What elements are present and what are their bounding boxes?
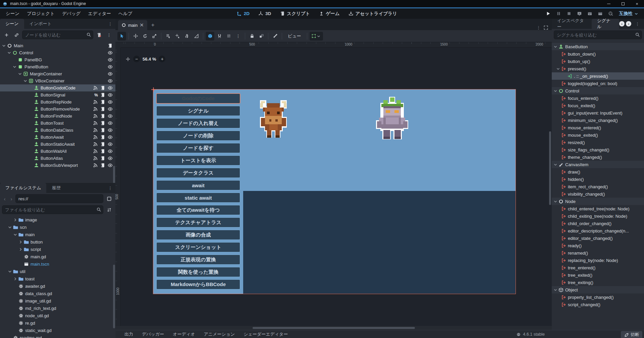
signal-group-row[interactable]: Node [552,198,644,205]
scene-dock-tab-1[interactable]: インポート [24,19,57,29]
pan-tool-button[interactable] [182,32,191,41]
signal-row[interactable]: script_changed() [552,301,644,308]
signal-row[interactable]: draw() [552,168,644,176]
history-forward-button[interactable]: › [626,21,631,26]
file-row[interactable]: button [0,238,115,246]
stop-button[interactable] [565,10,573,18]
play-custom-scene-button[interactable] [586,10,594,18]
close-button[interactable]: × [630,0,644,7]
split-mode-button[interactable] [105,194,113,203]
inspector-options-icon[interactable]: ⋮ [633,21,643,26]
game-button[interactable]: スクリーンショット [156,242,240,252]
signal-filter-input[interactable] [554,30,642,39]
game-button[interactable]: テクスチャアトラス [156,217,240,227]
new-scene-tab-button[interactable]: + [147,20,159,30]
signal-row[interactable]: child_exiting_tree(node: Node) [552,212,644,220]
resource-path-input[interactable] [15,194,103,203]
game-button[interactable]: 関数を使った置換 [156,267,240,277]
signal-group-row[interactable]: CanvasItem [552,161,644,168]
scene-dock-tab-0[interactable]: シーン [0,19,24,29]
connected-slot-row[interactable]: . :: _on_pressed() [552,72,644,80]
game-button[interactable]: GodotのCode [156,93,240,104]
scene-node-row[interactable]: ButtonFindNode [0,113,115,120]
signal-group-row[interactable]: Object [552,286,644,293]
nav-back-icon[interactable]: ‹ [2,196,7,202]
file-row[interactable]: main.gd [0,253,115,260]
signal-row[interactable]: tree_exited() [552,271,644,279]
file-row[interactable]: main [0,231,115,238]
list-select-tool-button[interactable] [164,32,172,41]
view-menu[interactable]: ビュー [284,32,305,40]
signal-row[interactable]: item_rect_changed() [552,183,644,190]
canvas-vertical-scrollbar[interactable] [549,131,551,205]
scene-node-row[interactable]: ButtonWaitAll [0,148,115,155]
play-scene-button[interactable] [576,10,584,18]
file-row[interactable]: readme.md [0,334,115,338]
grid-toggle-button[interactable] [224,32,233,41]
workspace-tab-4[interactable]: アセットライブラリ [344,9,401,18]
signal-row[interactable]: pressed() [552,65,644,72]
profiler-button[interactable] [607,10,615,18]
scene-node-row[interactable]: ButtonToast [0,120,115,127]
lock-node-button[interactable] [248,32,256,41]
bottom-tab-0[interactable]: 出力 [120,331,138,338]
file-filter-input[interactable] [2,205,103,214]
signal-row[interactable]: mouse_exited() [552,131,644,139]
filesystem-dock-options-icon[interactable]: ⋮ [105,183,115,193]
game-button[interactable]: await [156,180,240,190]
signal-group-row[interactable]: Control [552,87,644,94]
disconnect-button[interactable]: 切断 [621,331,642,338]
maximize-button[interactable] [616,0,630,7]
scene-node-row[interactable]: ButtonAwait [0,134,115,141]
zoom-level[interactable]: 56.4 % [143,57,156,62]
game-button[interactable]: シグナル [156,106,240,116]
zoom-out-button[interactable]: − [133,56,140,62]
add-node-button[interactable] [2,30,11,39]
scene-tabs-menu-icon[interactable]: ⋮ [536,25,541,30]
file-row[interactable]: script [0,246,115,253]
scene-node-row[interactable]: VBoxContainer [0,77,115,84]
signal-row[interactable]: visibility_changed() [552,190,644,198]
game-button[interactable]: MarkdownからBBCode [156,279,240,289]
scene-node-row[interactable]: Control [0,49,115,56]
signal-row[interactable]: editor_state_changed() [552,234,644,242]
menu-4[interactable]: ヘルプ [115,9,136,18]
menu-0[interactable]: シーン [2,9,23,18]
workspace-tab-3[interactable]: ゲーム [314,9,344,18]
signal-row[interactable]: focus_entered() [552,94,644,102]
game-button[interactable]: ノードの削除 [156,131,240,141]
signal-row[interactable]: editor_description_changed(n... [552,227,644,234]
scene-node-row[interactable]: ButtonRepNode [0,98,115,106]
canvas-2d[interactable]: − 56.4 % + GodotのCodeシグナルノードの入れ替えノードの削除ノ… [121,48,552,326]
inspector-dock-tab-0[interactable]: インスペクター [552,19,592,29]
signal-row[interactable]: button_up() [552,58,644,65]
golem-character-sprite[interactable] [375,97,410,141]
scene-node-row[interactable]: ButtonSignal% [0,91,115,98]
signal-row[interactable]: minimum_size_changed() [552,117,644,124]
scene-node-row[interactable]: ButtonRemoveNode [0,106,115,113]
distraction-free-icon[interactable] [543,25,548,30]
scene-node-row[interactable]: Main [0,42,115,49]
game-button[interactable]: 画像の合成 [156,230,240,240]
inspector-dock-tab-1[interactable]: シグナル [592,19,619,29]
snap-options-button[interactable]: ⋮ [234,32,243,41]
file-row[interactable]: toast [0,275,115,282]
move-tool-button[interactable] [131,32,140,41]
ruler-tool-button[interactable] [192,32,201,41]
file-row[interactable]: md_rich_text.gd [0,305,115,312]
signal-row[interactable]: resized() [552,139,644,146]
scene-node-row[interactable]: PanelButton [0,63,115,70]
game-button[interactable]: ノードの入れ替え [156,118,240,128]
file-row[interactable]: data_class.gd [0,290,115,297]
select-tool-button[interactable] [117,32,126,41]
file-row[interactable]: scn [0,223,115,231]
scene-node-row[interactable]: MarginContainer [0,70,115,77]
game-button[interactable]: データクラス [156,168,240,178]
file-row[interactable]: re.gd [0,319,115,327]
signal-row[interactable]: tree_exiting() [552,279,644,286]
game-button[interactable]: static await [156,193,240,203]
file-row[interactable]: node_util.gd [0,312,115,319]
grid-snap-magnet-button[interactable] [215,32,224,41]
file-row[interactable]: main.tscn [0,260,115,268]
scene-tree-options-button[interactable]: ⋮ [105,30,113,39]
